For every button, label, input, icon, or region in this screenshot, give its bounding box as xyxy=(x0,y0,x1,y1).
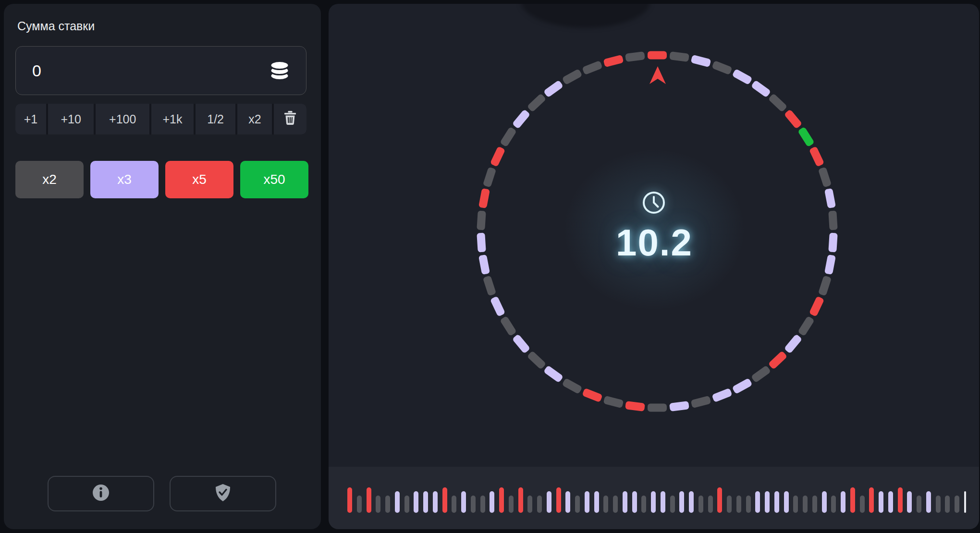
wheel-segment-lavender xyxy=(829,233,838,253)
bet-multiplier-x3[interactable]: x3 xyxy=(90,161,159,198)
history-tick-gray xyxy=(480,496,485,513)
wheel-segment-lavender xyxy=(543,365,564,383)
history-tick-gray xyxy=(793,496,798,513)
history-bar xyxy=(329,467,979,529)
history-tick-gray xyxy=(746,496,751,513)
wheel-segment-gray xyxy=(562,69,583,85)
wheel-segment-lavender xyxy=(512,109,531,129)
history-tick-gray xyxy=(736,496,741,513)
history-tick-lavender xyxy=(841,491,845,513)
history-tick-lavender xyxy=(395,491,400,513)
history-tick-gray xyxy=(945,496,950,513)
wheel-pointer-icon xyxy=(649,66,666,86)
history-tick-gray xyxy=(708,496,713,513)
bet-multiplier-x50[interactable]: x50 xyxy=(240,161,308,198)
wheel-segment-gray xyxy=(527,94,546,113)
quick-bet-row: +1+10+100+1k1/2x2 xyxy=(15,104,306,134)
history-tick-lavender xyxy=(879,491,883,513)
history-tick-lavender xyxy=(632,491,637,513)
history-tick-lavender xyxy=(755,491,760,513)
wheel-segment-lavender xyxy=(691,54,711,67)
quick-bet-button-1/2[interactable]: 1/2 xyxy=(196,104,236,134)
history-tick-lavender xyxy=(594,491,599,513)
bet-amount-field-wrap xyxy=(15,46,306,95)
history-tick-gray xyxy=(613,496,618,513)
wheel-segment-gray xyxy=(751,365,771,383)
bet-amount-input[interactable] xyxy=(16,61,269,80)
fairness-button[interactable] xyxy=(170,476,276,511)
wheel-segment-lavender xyxy=(477,233,486,253)
history-tick-red xyxy=(850,487,855,513)
history-tick-red xyxy=(717,487,722,513)
history-tick-red xyxy=(442,487,447,513)
history-tick-lavender xyxy=(461,491,466,513)
info-icon xyxy=(92,484,110,503)
quick-bet-button-+1[interactable]: +1 xyxy=(15,104,46,134)
wheel-segment-gray xyxy=(829,210,838,230)
history-tick-gray xyxy=(812,496,817,513)
history-tick-gray xyxy=(831,496,836,513)
history-tick-lavender xyxy=(679,491,684,513)
wheel-segment-red xyxy=(648,51,667,60)
wheel-segment-gray xyxy=(818,276,832,296)
wheel-segment-gray xyxy=(768,94,788,113)
history-tick-lavender xyxy=(661,491,665,513)
wheel-segment-lavender xyxy=(732,69,752,85)
wheel-segment-gray xyxy=(582,61,602,75)
history-tick-lavender xyxy=(784,491,789,513)
history-tick-lavender xyxy=(623,491,627,513)
wheel-segment-gray xyxy=(603,396,624,408)
history-tick-red xyxy=(367,487,371,513)
history-tick-gray xyxy=(385,496,390,513)
history-tick-gray xyxy=(803,496,808,513)
wheel-segment-gray xyxy=(691,396,711,408)
history-tick-lavender xyxy=(423,491,428,513)
bet-panel: Сумма ставки +1+10+100+1k1/2x2 xyxy=(4,4,321,529)
wheel-segment-red xyxy=(603,54,624,67)
bet-multiplier-x2[interactable]: x2 xyxy=(15,161,84,198)
history-tick-lavender xyxy=(822,491,827,513)
quick-bet-button-+10[interactable]: +10 xyxy=(48,104,94,134)
history-tick-gray xyxy=(641,496,646,513)
info-button[interactable] xyxy=(48,476,154,511)
wheel-segment-gray xyxy=(797,315,815,336)
wheel-segment-lavender xyxy=(543,80,564,97)
wheel-segment-gray xyxy=(477,210,486,230)
coins-icon xyxy=(269,60,291,82)
bet-multiplier-x5[interactable]: x5 xyxy=(165,161,233,198)
wheel-segment-red xyxy=(809,146,824,167)
wheel-segment-lavender xyxy=(669,401,689,412)
history-tick-gray xyxy=(670,496,675,513)
wheel-segment-lavender xyxy=(751,80,771,97)
countdown-value: 10.2 xyxy=(558,221,750,265)
wheel-segment-lavender xyxy=(824,188,836,208)
quick-bet-button-x2[interactable]: x2 xyxy=(237,104,272,134)
history-tick-gray xyxy=(376,496,380,513)
history-tick-lavender xyxy=(689,491,694,513)
wheel-segment-gray xyxy=(527,351,546,370)
history-tick-gray xyxy=(509,496,514,513)
wheel-segment-red xyxy=(490,146,505,167)
wheel-panel: 10.2 xyxy=(329,4,979,529)
history-tick-lavender xyxy=(490,491,494,513)
history-tick-gray xyxy=(917,496,921,513)
quick-bet-button-+1k[interactable]: +1k xyxy=(151,104,194,134)
history-tick-lavender xyxy=(547,491,551,513)
history-tick-lavender xyxy=(926,491,931,513)
wheel-segment-red xyxy=(478,188,490,208)
history-tick-gray xyxy=(357,496,362,513)
wheel-segment-gray xyxy=(625,51,645,62)
quick-bet-button-+100[interactable]: +100 xyxy=(96,104,149,134)
history-tick-gray xyxy=(527,496,532,513)
wheel-segment-red xyxy=(625,401,645,412)
history-tick-gray xyxy=(575,496,580,513)
wheel-segment-gray xyxy=(500,127,517,147)
wheel-segment-gray xyxy=(500,315,517,336)
history-tick-red xyxy=(499,487,504,513)
history-tick-gray xyxy=(452,496,456,513)
clear-bet-button[interactable] xyxy=(274,104,306,134)
multiplier-row: x2x3x5x50 xyxy=(15,161,308,198)
history-tick-gray xyxy=(727,496,732,513)
wheel-segment-lavender xyxy=(711,388,732,403)
history-tick-gray xyxy=(404,496,409,513)
